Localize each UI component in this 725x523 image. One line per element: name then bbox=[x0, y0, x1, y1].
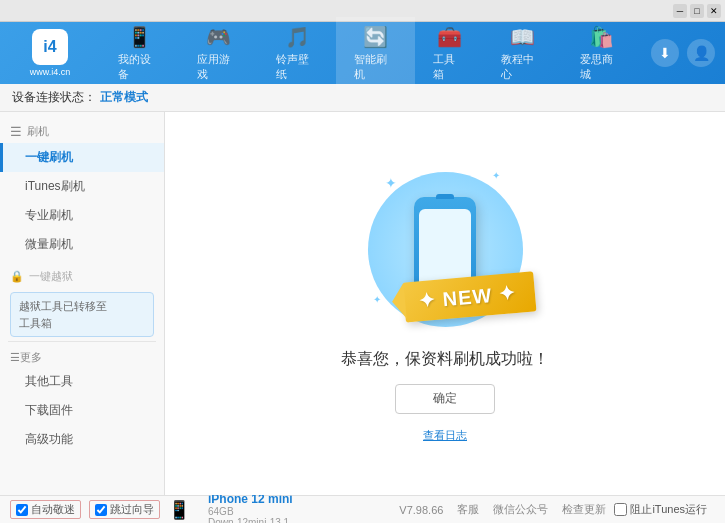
sparkle-2: ✦ bbox=[492, 170, 500, 181]
logo-icon: i4 bbox=[32, 29, 68, 65]
download-button[interactable]: ⬇ bbox=[651, 39, 679, 67]
update-link[interactable]: 检查更新 bbox=[562, 502, 606, 517]
sidebar-item-itunes-flash[interactable]: iTunes刷机 bbox=[0, 172, 164, 201]
sidebar-notice: 越狱工具已转移至工具箱 bbox=[10, 292, 154, 337]
sidebar-section-more: ☰ 更多 bbox=[0, 346, 164, 367]
nav-item-smart-flash-label: 智能刷机 bbox=[354, 52, 397, 82]
toolbox-icon: 🧰 bbox=[437, 25, 462, 49]
bottom-right: V7.98.66 客服 微信公众号 检查更新 bbox=[399, 502, 606, 517]
auto-skip-input[interactable] bbox=[16, 504, 28, 516]
new-ribbon-text: ✦ NEW ✦ bbox=[417, 281, 517, 312]
mall-icon: 🛍️ bbox=[589, 25, 614, 49]
notice-text: 越狱工具已转移至工具箱 bbox=[19, 300, 107, 329]
nav-item-ringtones[interactable]: 🎵 铃声壁纸 bbox=[258, 17, 337, 90]
sidebar: ☰ 刷机 一键刷机 iTunes刷机 专业刷机 微量刷机 🔒 一键越狱 越狱工具… bbox=[0, 112, 165, 495]
pro-flash-label: 专业刷机 bbox=[25, 208, 73, 222]
content-area: ✦ NEW ✦ ✦ ✦ ✦ 恭喜您，保资料刷机成功啦！ 确定 查看日志 bbox=[165, 112, 725, 495]
phone-illustration: ✦ NEW ✦ ✦ ✦ ✦ bbox=[365, 165, 525, 335]
nav-item-my-device-label: 我的设备 bbox=[118, 52, 161, 82]
new-badge: ✦ NEW ✦ bbox=[404, 277, 535, 317]
download-firmware-label: 下载固件 bbox=[25, 403, 73, 417]
sidebar-divider bbox=[8, 341, 156, 342]
minimize-button[interactable]: ─ bbox=[673, 4, 687, 18]
wechat-link[interactable]: 微信公众号 bbox=[493, 502, 548, 517]
lock-label: 一键越狱 bbox=[29, 269, 73, 284]
auto-skip-checkbox[interactable]: 自动敬迷 bbox=[10, 500, 81, 519]
advanced-label: 高级功能 bbox=[25, 432, 73, 446]
logo: i4 www.i4.cn bbox=[10, 29, 90, 77]
skip-wizard-label: 跳过向导 bbox=[110, 502, 154, 517]
sidebar-item-micro-flash[interactable]: 微量刷机 bbox=[0, 230, 164, 259]
new-ribbon: ✦ NEW ✦ bbox=[403, 271, 537, 322]
skip-wizard-checkbox[interactable]: 跳过向导 bbox=[89, 500, 160, 519]
main-layout: ☰ 刷机 一键刷机 iTunes刷机 专业刷机 微量刷机 🔒 一键越狱 越狱工具… bbox=[0, 112, 725, 495]
bottom-bar: 自动敬迷 跳过向导 📱 iPhone 12 mini 64GB Down-12m… bbox=[0, 495, 725, 523]
confirm-button[interactable]: 确定 bbox=[395, 384, 495, 414]
itunes-checkbox[interactable] bbox=[614, 503, 627, 516]
apps-games-icon: 🎮 bbox=[206, 25, 231, 49]
device-phone-icon: 📱 bbox=[168, 499, 190, 521]
nav-item-my-device[interactable]: 📱 我的设备 bbox=[100, 17, 179, 90]
itunes-status[interactable]: 阻止iTunes运行 bbox=[614, 502, 707, 517]
success-title: 恭喜您，保资料刷机成功啦！ bbox=[341, 349, 549, 370]
nav-item-tutorial-label: 教程中心 bbox=[501, 52, 544, 82]
more-section-label: 更多 bbox=[20, 350, 42, 365]
maximize-button[interactable]: □ bbox=[690, 4, 704, 18]
nav-item-mall[interactable]: 🛍️ 爱思商城 bbox=[562, 17, 641, 90]
device-info: iPhone 12 mini 64GB Down-12mini-13,1 bbox=[208, 492, 293, 524]
header-right: ⬇ 👤 bbox=[651, 39, 715, 67]
version-text: V7.98.66 bbox=[399, 504, 443, 516]
confirm-button-label: 确定 bbox=[433, 390, 457, 407]
nav-item-toolbox-label: 工具箱 bbox=[433, 52, 465, 82]
sidebar-section-flash: ☰ 刷机 bbox=[0, 118, 164, 143]
micro-flash-label: 微量刷机 bbox=[25, 237, 73, 251]
more-section-icon: ☰ bbox=[10, 351, 20, 364]
phone-top-button bbox=[436, 194, 454, 199]
other-tools-label: 其他工具 bbox=[25, 374, 73, 388]
skip-wizard-input[interactable] bbox=[95, 504, 107, 516]
ringtones-icon: 🎵 bbox=[285, 25, 310, 49]
auto-skip-label: 自动敬迷 bbox=[31, 502, 75, 517]
header: i4 www.i4.cn 📱 我的设备 🎮 应用游戏 🎵 铃声壁纸 🔄 智能刷机… bbox=[0, 22, 725, 84]
success-card: ✦ NEW ✦ ✦ ✦ ✦ 恭喜您，保资料刷机成功啦！ 确定 查看日志 bbox=[341, 165, 549, 443]
tutorial-icon: 📖 bbox=[510, 25, 535, 49]
device-storage: 64GB bbox=[208, 506, 293, 517]
itunes-label: 阻止iTunes运行 bbox=[630, 502, 707, 517]
support-link[interactable]: 客服 bbox=[457, 502, 479, 517]
user-button[interactable]: 👤 bbox=[687, 39, 715, 67]
flash-section-icon: ☰ bbox=[10, 124, 22, 139]
my-device-icon: 📱 bbox=[127, 25, 152, 49]
itunes-flash-label: iTunes刷机 bbox=[25, 179, 85, 193]
sidebar-item-advanced[interactable]: 高级功能 bbox=[0, 425, 164, 454]
smart-flash-icon: 🔄 bbox=[363, 25, 388, 49]
sparkle-3: ✦ bbox=[373, 294, 381, 305]
status-value: 正常模式 bbox=[100, 89, 148, 106]
logo-text: www.i4.cn bbox=[30, 67, 71, 77]
status-label: 设备连接状态： bbox=[12, 89, 96, 106]
log-link[interactable]: 查看日志 bbox=[423, 428, 467, 443]
device-os: Down-12mini-13,1 bbox=[208, 517, 293, 524]
lock-icon: 🔒 bbox=[10, 270, 24, 283]
nav-bar: 📱 我的设备 🎮 应用游戏 🎵 铃声壁纸 🔄 智能刷机 🧰 工具箱 📖 教程中心… bbox=[100, 17, 641, 90]
sidebar-item-one-click-flash[interactable]: 一键刷机 bbox=[0, 143, 164, 172]
nav-item-tutorial[interactable]: 📖 教程中心 bbox=[483, 17, 562, 90]
flash-section-label: 刷机 bbox=[27, 124, 49, 139]
nav-item-apps-games-label: 应用游戏 bbox=[197, 52, 240, 82]
sidebar-jailbreak-section: 🔒 一键越狱 bbox=[0, 263, 164, 288]
nav-item-apps-games[interactable]: 🎮 应用游戏 bbox=[179, 17, 258, 90]
sidebar-item-other-tools[interactable]: 其他工具 bbox=[0, 367, 164, 396]
sparkle-1: ✦ bbox=[385, 175, 397, 191]
nav-item-toolbox[interactable]: 🧰 工具箱 bbox=[415, 17, 483, 90]
nav-item-mall-label: 爱思商城 bbox=[580, 52, 623, 82]
close-button[interactable]: ✕ bbox=[707, 4, 721, 18]
one-click-flash-label: 一键刷机 bbox=[25, 150, 73, 164]
sidebar-item-pro-flash[interactable]: 专业刷机 bbox=[0, 201, 164, 230]
nav-item-ringtones-label: 铃声壁纸 bbox=[276, 52, 319, 82]
sidebar-item-download-firmware[interactable]: 下载固件 bbox=[0, 396, 164, 425]
nav-item-smart-flash[interactable]: 🔄 智能刷机 bbox=[336, 17, 415, 90]
